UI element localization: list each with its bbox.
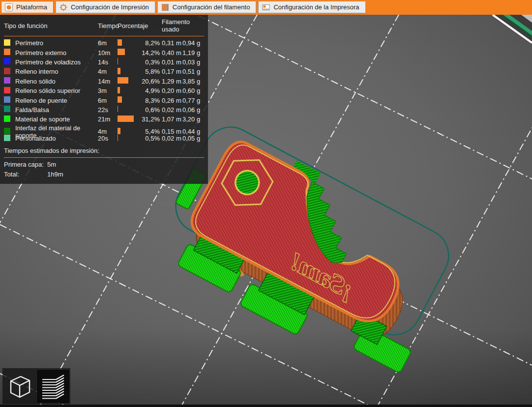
feature-color-swatch <box>4 87 10 93</box>
feature-time: 6m <box>98 39 118 47</box>
feature-percent: 8,3% <box>140 97 162 104</box>
col-header-percent: Porcentaje <box>118 22 162 29</box>
feature-length: 0,17 m <box>162 68 182 75</box>
feature-weight: 1,19 g <box>182 49 202 57</box>
tab-label: Configuración del filamento <box>173 3 250 11</box>
window-bottom-border <box>0 405 532 407</box>
feature-weight: 0,44 g <box>182 128 202 135</box>
feature-weight: 3,20 g <box>182 116 202 123</box>
legend-row: Relleno de puente 6m 8,3% 0,26 m 0,77 g <box>4 95 204 105</box>
feature-color-swatch <box>4 58 10 64</box>
legend-row: Relleno interno 4m 5,8% 0,17 m 0,51 g <box>4 67 204 76</box>
legend-header-row: Tipo de función Tiempo Porcentaje Filame… <box>4 18 204 33</box>
viewport-3d[interactable]: ¡Sam! Tipo de función Tiempo Porcentaje … <box>0 15 532 407</box>
percent-bar <box>118 87 120 93</box>
3d-editor-view-button[interactable] <box>4 371 35 402</box>
feature-length: 0,02 m <box>162 135 182 142</box>
feature-label: Relleno sólido <box>15 78 98 85</box>
feature-length: 1,07 m <box>162 116 182 123</box>
feature-color-swatch <box>4 135 10 141</box>
feature-weight: 0,94 g <box>182 39 202 47</box>
feature-time: 14m <box>98 78 118 85</box>
feature-color-swatch <box>4 96 10 103</box>
feature-time: 21m <box>98 116 118 123</box>
legend-row: Relleno sólido 14m 20,6% 1,29 m 3,85 g <box>4 77 204 86</box>
feature-length: 0,15 m <box>162 128 182 135</box>
cube-icon <box>6 373 33 400</box>
feature-weight: 0,60 g <box>182 87 202 94</box>
legend-separator-2 <box>4 157 204 158</box>
view-mode-toolbar <box>2 368 70 404</box>
filament-icon <box>161 3 169 11</box>
tab-label: Plataforma <box>16 3 47 11</box>
printer-icon <box>262 3 270 11</box>
tab-label: Configuración de la Impresora <box>273 3 359 11</box>
legend-row: Interfaz del material de soporte 4m 5,4%… <box>4 124 204 134</box>
platform-icon <box>5 3 13 11</box>
first-layer-label: Primera capa: <box>4 160 47 170</box>
feature-percent: 0,6% <box>140 106 162 114</box>
feature-label: Falda/Balsa <box>15 106 98 114</box>
feature-length: 0,20 m <box>162 87 182 94</box>
feature-weight: 0,77 g <box>182 97 202 104</box>
feature-weight: 3,85 g <box>182 78 202 85</box>
feature-percent: 20,6% <box>140 78 162 85</box>
total-value: 1h9m <box>47 170 204 179</box>
percent-bar <box>118 135 118 141</box>
col-header-type: Tipo de función <box>4 22 98 29</box>
feature-length: 0,01 m <box>162 58 182 66</box>
feature-percent: 5,8% <box>140 68 162 75</box>
feature-percent: 31,2% <box>140 116 162 123</box>
feature-label: Material de soporte <box>15 116 98 123</box>
percent-bar <box>118 49 125 55</box>
first-layer-value: 5m <box>47 160 204 170</box>
feature-color-swatch <box>4 68 10 74</box>
legend-row: Falda/Balsa 22s 0,6% 0,02 m 0,06 g <box>4 105 204 115</box>
feature-time: 4m <box>98 68 118 75</box>
gear-icon <box>59 3 67 11</box>
feature-weight: 0,06 g <box>182 106 202 114</box>
feature-time: 3m <box>98 87 118 94</box>
feature-weight: 0,05 g <box>182 135 202 142</box>
feature-weight: 0,51 g <box>182 68 202 75</box>
feature-time: 10m <box>98 49 118 57</box>
feature-color-swatch <box>4 77 10 84</box>
feature-percent: 5,4% <box>140 128 162 135</box>
feature-label: Perímetro de voladizos <box>15 58 98 66</box>
feature-length: 0,40 m <box>162 49 182 57</box>
feature-weight: 0,03 g <box>182 58 202 66</box>
tab-configuracion-filamento[interactable]: Configuración del filamento <box>157 1 257 13</box>
legend-separator <box>4 36 204 36</box>
percent-bar <box>118 106 118 112</box>
feature-color-swatch <box>4 106 10 112</box>
tab-configuracion-impresion[interactable]: Configuración de Impresión <box>56 1 155 13</box>
print-legend-panel: Tipo de función Tiempo Porcentaje Filame… <box>0 15 208 184</box>
feature-percent: 4,9% <box>140 87 162 94</box>
legend-row: Perímetro de voladizos 14s 0,3% 0,01 m 0… <box>4 58 204 67</box>
layers-preview-view-button[interactable] <box>38 371 69 402</box>
feature-length: 0,31 m <box>162 39 182 47</box>
feature-label: Relleno interno <box>15 68 98 75</box>
feature-label: Personalizado <box>15 135 98 142</box>
feature-percent: 0,3% <box>140 58 162 66</box>
feature-label: Perímetro externo <box>15 49 98 57</box>
feature-label: Relleno de puente <box>15 97 98 104</box>
feature-percent: 8,2% <box>140 39 162 47</box>
percent-bar <box>118 96 122 103</box>
feature-length: 0,02 m <box>162 106 182 114</box>
legend-row: Perímetro 6m 8,2% 0,31 m 0,94 g <box>4 38 204 48</box>
estimated-times-title: Tiempos estimados de impresión: <box>4 147 204 154</box>
legend-row: Perímetro externo 10m 14,2% 0,40 m 1,19 … <box>4 48 204 57</box>
feature-length: 0,26 m <box>162 97 182 104</box>
feature-percent: 14,2% <box>140 49 162 57</box>
tab-label: Configuración de Impresión <box>71 3 149 11</box>
feature-color-swatch <box>4 128 10 134</box>
tab-configuracion-impresora[interactable]: Configuración de la Impresora <box>258 1 365 13</box>
feature-time: 6m <box>98 97 118 104</box>
feature-percent: 0,5% <box>140 135 162 142</box>
tab-plataforma[interactable]: Plataforma <box>1 1 54 13</box>
legend-rows: Perímetro 6m 8,2% 0,31 m 0,94 g Perímetr… <box>4 38 204 143</box>
percent-bar <box>118 58 118 64</box>
percent-bar <box>118 39 122 46</box>
feature-label: Relleno sólido superior <box>15 87 98 94</box>
